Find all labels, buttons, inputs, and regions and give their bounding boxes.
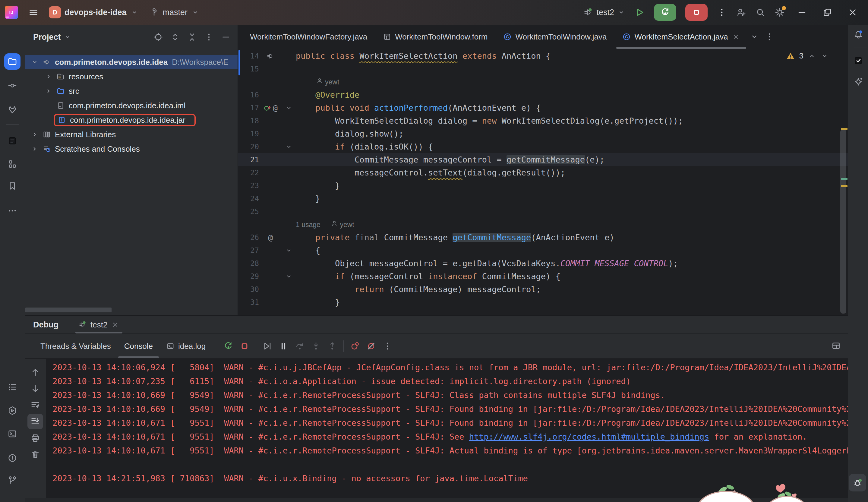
tasks-button[interactable] bbox=[853, 55, 864, 66]
code-text[interactable]: } bbox=[296, 179, 340, 192]
code-text[interactable]: Object messageControl = e.getData(VcsDat… bbox=[296, 257, 678, 270]
tab-list-chevron-button[interactable] bbox=[749, 32, 760, 42]
hide-panel-button[interactable] bbox=[221, 32, 231, 42]
rerun-button[interactable] bbox=[223, 341, 233, 351]
vcs-branch-widget[interactable]: master bbox=[149, 7, 200, 18]
code-text[interactable]: dialog.show(); bbox=[296, 127, 404, 140]
tree-item-scratches[interactable]: Scratches and Consoles bbox=[25, 142, 238, 156]
fold-chevron-icon[interactable] bbox=[282, 246, 296, 255]
more-actions-button[interactable] bbox=[717, 7, 727, 18]
mute-breakpoints-button[interactable] bbox=[366, 341, 376, 351]
debug-more-button[interactable] bbox=[382, 341, 393, 351]
step-over-button[interactable] bbox=[294, 341, 305, 351]
gitlab-tool-button[interactable] bbox=[7, 105, 18, 115]
code-text[interactable]: } bbox=[296, 296, 340, 309]
code-text[interactable]: messageControl.setText(dialog.getResult(… bbox=[296, 166, 565, 179]
close-tab-icon[interactable] bbox=[732, 33, 740, 41]
code-text[interactable]: if (dialog.isOK()) { bbox=[296, 140, 433, 153]
structure-tool-button[interactable] bbox=[7, 159, 18, 169]
more-tool-windows-button[interactable] bbox=[7, 206, 18, 216]
code-text[interactable]: 1 usage yewt bbox=[296, 218, 354, 231]
step-out-button[interactable] bbox=[327, 341, 337, 351]
notifications-button[interactable] bbox=[853, 30, 864, 40]
tree-item-folder-src[interactable]: src bbox=[25, 84, 238, 98]
close-button[interactable] bbox=[845, 7, 861, 18]
chevron-down-icon[interactable] bbox=[29, 58, 40, 66]
chevron-right-icon[interactable] bbox=[43, 87, 54, 95]
fold-chevron-icon[interactable] bbox=[282, 272, 296, 281]
run-configuration-selector[interactable]: test2 bbox=[583, 7, 626, 18]
scroll-up-button[interactable] bbox=[30, 367, 40, 378]
code-text[interactable]: public void actionPerformed(AnActionEven… bbox=[296, 101, 541, 114]
git-tool-button[interactable] bbox=[7, 475, 18, 486]
code-text[interactable]: } bbox=[296, 192, 320, 205]
restart-debug-button[interactable] bbox=[654, 4, 676, 21]
editor-tab[interactable]: WorkitemToolWindowFactory.java bbox=[242, 25, 375, 49]
code-editor[interactable]: 14public class WorkItemSelectAction exte… bbox=[238, 49, 848, 315]
fold-chevron-icon[interactable] bbox=[282, 143, 296, 151]
code-text[interactable]: private final CommitMessage getCommitMes… bbox=[296, 231, 614, 244]
commit-tool-button[interactable] bbox=[7, 81, 18, 91]
clear-console-button[interactable] bbox=[30, 449, 40, 460]
notebook-tool-button[interactable] bbox=[7, 136, 18, 146]
step-into-button[interactable] bbox=[311, 341, 321, 351]
restore-button[interactable] bbox=[819, 7, 835, 18]
tree-item-module[interactable]: com.primeton.devops.ide.ideaD:\Workspace… bbox=[25, 55, 238, 69]
view-breakpoints-button[interactable] bbox=[350, 341, 360, 351]
scroll-down-button[interactable] bbox=[30, 383, 40, 394]
code-with-me-button[interactable] bbox=[736, 7, 746, 18]
terminal-tool-button[interactable] bbox=[7, 429, 18, 439]
debug-panel-title[interactable]: Debug bbox=[33, 320, 59, 329]
soft-wrap-button[interactable] bbox=[30, 400, 40, 410]
project-tool-button[interactable] bbox=[4, 53, 21, 70]
minimize-button[interactable] bbox=[794, 7, 810, 18]
pause-button[interactable] bbox=[278, 341, 289, 351]
debug-view-tab[interactable]: Threads & Variables bbox=[34, 334, 117, 358]
services-tool-button[interactable] bbox=[7, 406, 18, 416]
layout-settings-button[interactable] bbox=[831, 341, 841, 351]
project-panel-title[interactable]: Project bbox=[33, 33, 61, 42]
stop-session-button[interactable] bbox=[239, 341, 250, 351]
code-text[interactable]: CommitMessage messageControl = getCommit… bbox=[296, 153, 604, 166]
search-everywhere-button[interactable] bbox=[755, 7, 765, 18]
debug-session-tab[interactable]: test2 bbox=[75, 316, 122, 334]
code-text[interactable]: WorkItemSelectDialog dialog = new WorkIt… bbox=[296, 114, 683, 127]
chevron-right-icon[interactable] bbox=[29, 145, 40, 153]
debugger-widget-button[interactable] bbox=[849, 474, 866, 491]
editor-tab[interactable]: WorkitemToolWindow.form bbox=[375, 25, 495, 49]
log-link[interactable]: http://www.slf4j.org/codes.html#multiple… bbox=[469, 432, 710, 441]
code-text[interactable]: { bbox=[296, 244, 320, 257]
print-button[interactable] bbox=[30, 433, 40, 443]
project-widget[interactable]: D devops-ide-idea bbox=[49, 6, 139, 18]
debug-view-tab[interactable]: Console bbox=[117, 334, 159, 358]
todo-tool-button[interactable] bbox=[7, 382, 18, 392]
console-log[interactable]: 2023-10-13 14:10:06,924 [ 5804] WARN - #… bbox=[46, 361, 848, 502]
panel-more-button[interactable] bbox=[204, 32, 214, 42]
problems-tool-button[interactable] bbox=[7, 453, 18, 463]
run-button[interactable] bbox=[635, 7, 645, 18]
editor-tab[interactable]: CWorkitemToolWindow.java bbox=[495, 25, 614, 49]
code-text[interactable]: return (CommitMessage) messageControl; bbox=[296, 283, 541, 296]
ai-assistant-button[interactable] bbox=[853, 76, 864, 87]
inspections-widget[interactable]: 3 bbox=[786, 51, 829, 61]
scroll-to-end-button[interactable] bbox=[28, 414, 43, 429]
code-text[interactable]: @Override bbox=[296, 88, 359, 101]
code-text[interactable]: if (messageControl instanceof CommitMess… bbox=[296, 270, 560, 283]
main-menu-button[interactable] bbox=[28, 7, 39, 18]
tree-item-jar[interactable]: com.primeton.devops.ide.idea.jar bbox=[25, 113, 238, 127]
code-text[interactable]: yewt bbox=[296, 75, 339, 89]
code-text[interactable]: public class WorkItemSelectAction extend… bbox=[296, 50, 550, 62]
chevron-right-icon[interactable] bbox=[29, 130, 40, 139]
bookmarks-tool-button[interactable] bbox=[7, 181, 18, 191]
fold-chevron-icon[interactable] bbox=[282, 104, 296, 112]
tree-item-folder-resources[interactable]: resources bbox=[25, 69, 238, 84]
project-hscrollbar-thumb[interactable] bbox=[25, 308, 112, 313]
chevron-right-icon[interactable] bbox=[43, 72, 54, 81]
debug-view-tab[interactable]: idea.log bbox=[159, 334, 212, 358]
editor-tab[interactable]: CWorkItemSelectAction.java bbox=[614, 25, 748, 49]
tree-item-iml[interactable]: com.primeton.devops.ide.idea.iml bbox=[25, 98, 238, 113]
tree-item-libraries[interactable]: External Libraries bbox=[25, 127, 238, 142]
settings-button[interactable] bbox=[775, 7, 785, 18]
tab-options-button[interactable] bbox=[764, 32, 775, 42]
editor-vscrollbar-thumb[interactable] bbox=[840, 130, 846, 314]
